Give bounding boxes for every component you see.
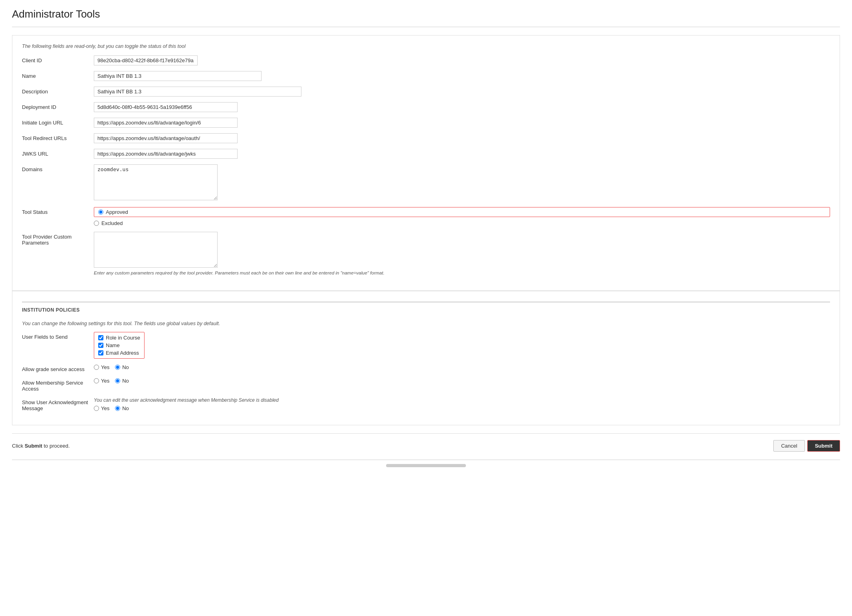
approved-radio[interactable] bbox=[98, 209, 103, 215]
user-fields-checkbox-group: Role in Course Name Email Address bbox=[94, 332, 145, 359]
allow-grade-no-label: No bbox=[122, 364, 129, 370]
allow-grade-no-item: No bbox=[115, 364, 129, 370]
name-input[interactable] bbox=[94, 71, 262, 81]
name-field-item: Name bbox=[98, 342, 140, 348]
domains-value-wrapper bbox=[94, 164, 830, 201]
footer-bar: Click Submit to proceed. Cancel Submit bbox=[12, 433, 840, 456]
acknowledgment-note: You can edit the user acknowledgment mes… bbox=[94, 397, 830, 403]
allow-membership-no-item: No bbox=[115, 378, 129, 384]
jwks-url-input[interactable] bbox=[94, 149, 238, 159]
client-id-input[interactable] bbox=[94, 55, 198, 65]
name-field-label: Name bbox=[106, 342, 120, 348]
custom-params-row: Tool Provider Custom Parameters Enter an… bbox=[22, 232, 830, 275]
title-divider bbox=[12, 27, 840, 27]
allow-membership-yes-radio[interactable] bbox=[94, 378, 99, 383]
user-fields-value-wrapper: Role in Course Name Email Address bbox=[94, 332, 830, 359]
role-in-course-label: Role in Course bbox=[106, 335, 140, 341]
initiate-login-url-input[interactable] bbox=[94, 118, 238, 128]
institution-section: INSTITUTION POLICIES You can change the … bbox=[12, 291, 840, 425]
allow-membership-no-radio[interactable] bbox=[115, 378, 120, 383]
initiate-login-url-label: Initiate Login URL bbox=[22, 118, 94, 126]
show-acknowledgment-row: Show User Acknowledgment Message You can… bbox=[22, 397, 830, 411]
excluded-radio[interactable] bbox=[94, 221, 99, 226]
show-acknowledgment-yes-item: Yes bbox=[94, 405, 109, 411]
custom-params-hint: Enter any custom parameters required by … bbox=[94, 270, 830, 275]
tool-redirect-urls-label: Tool Redirect URLs bbox=[22, 133, 94, 141]
user-fields-label: User Fields to Send bbox=[22, 332, 94, 340]
custom-params-label: Tool Provider Custom Parameters bbox=[22, 232, 94, 246]
show-acknowledgment-yes-radio[interactable] bbox=[94, 406, 99, 411]
tool-status-row: Tool Status Approved Excluded bbox=[22, 207, 830, 226]
tool-redirect-urls-input[interactable] bbox=[94, 133, 238, 143]
deployment-id-value-wrapper bbox=[94, 102, 830, 112]
footer-note-suffix: to proceed. bbox=[42, 443, 70, 449]
approved-highlight: Approved bbox=[94, 207, 830, 217]
deployment-id-input[interactable] bbox=[94, 102, 238, 112]
allow-grade-no-radio[interactable] bbox=[115, 365, 120, 370]
email-address-checkbox[interactable] bbox=[98, 350, 103, 355]
client-id-row: Client ID bbox=[22, 55, 830, 65]
show-acknowledgment-value-wrapper: You can edit the user acknowledgment mes… bbox=[94, 397, 830, 411]
allow-membership-yes-label: Yes bbox=[101, 378, 109, 384]
domains-row: Domains bbox=[22, 164, 830, 201]
scrollbar-indicator bbox=[386, 464, 466, 467]
tool-status-label: Tool Status bbox=[22, 207, 94, 215]
approved-label: Approved bbox=[106, 209, 128, 215]
email-address-item: Email Address bbox=[98, 350, 140, 356]
footer-note-bold: Submit bbox=[25, 443, 42, 449]
cancel-button[interactable]: Cancel bbox=[773, 440, 804, 452]
role-in-course-item: Role in Course bbox=[98, 335, 140, 341]
custom-params-textarea[interactable] bbox=[94, 232, 218, 268]
excluded-radio-item: Excluded bbox=[94, 220, 830, 226]
description-input[interactable] bbox=[94, 87, 301, 97]
tool-status-value-wrapper: Approved Excluded bbox=[94, 207, 830, 226]
jwks-url-value-wrapper bbox=[94, 149, 830, 159]
allow-grade-row: Allow grade service access Yes No bbox=[22, 364, 830, 372]
show-acknowledgment-no-radio[interactable] bbox=[115, 406, 120, 411]
excluded-label: Excluded bbox=[101, 220, 123, 226]
show-acknowledgment-radio-group: Yes No bbox=[94, 405, 830, 411]
institution-section-header: INSTITUTION POLICIES bbox=[22, 302, 830, 316]
deployment-id-label: Deployment ID bbox=[22, 102, 94, 110]
domains-label: Domains bbox=[22, 164, 94, 172]
client-id-value-wrapper bbox=[94, 55, 830, 65]
allow-grade-value-wrapper: Yes No bbox=[94, 364, 830, 370]
allow-grade-radio-group: Yes No bbox=[94, 364, 830, 370]
description-label: Description bbox=[22, 87, 94, 95]
name-value-wrapper bbox=[94, 71, 830, 81]
allow-grade-yes-radio[interactable] bbox=[94, 365, 99, 370]
name-row: Name bbox=[22, 71, 830, 81]
client-id-label: Client ID bbox=[22, 55, 94, 63]
allow-membership-value-wrapper: Yes No bbox=[94, 378, 830, 384]
allow-membership-row: Allow Membership Service Access Yes No bbox=[22, 378, 830, 392]
submit-button[interactable]: Submit bbox=[807, 440, 840, 452]
tool-redirect-urls-value-wrapper bbox=[94, 133, 830, 143]
jwks-url-label: JWKS URL bbox=[22, 149, 94, 157]
allow-grade-label: Allow grade service access bbox=[22, 364, 94, 372]
role-in-course-checkbox[interactable] bbox=[98, 335, 103, 340]
name-field-checkbox[interactable] bbox=[98, 343, 103, 348]
user-fields-row: User Fields to Send Role in Course Name … bbox=[22, 332, 830, 359]
allow-membership-yes-item: Yes bbox=[94, 378, 109, 384]
footer-note-prefix: Click bbox=[12, 443, 25, 449]
show-acknowledgment-no-label: No bbox=[122, 405, 129, 411]
tool-status-radio-group: Approved Excluded bbox=[94, 207, 830, 226]
domains-textarea[interactable] bbox=[94, 164, 218, 200]
show-acknowledgment-label: Show User Acknowledgment Message bbox=[22, 397, 94, 411]
initiate-login-url-row: Initiate Login URL bbox=[22, 118, 830, 128]
footer-note: Click Submit to proceed. bbox=[12, 443, 70, 449]
institution-note: You can change the following settings fo… bbox=[22, 321, 830, 326]
tool-redirect-urls-row: Tool Redirect URLs bbox=[22, 133, 830, 143]
footer-btn-group: Cancel Submit bbox=[773, 440, 840, 452]
description-value-wrapper bbox=[94, 87, 830, 97]
allow-membership-radio-group: Yes No bbox=[94, 378, 830, 384]
allow-membership-label: Allow Membership Service Access bbox=[22, 378, 94, 392]
allow-grade-yes-item: Yes bbox=[94, 364, 109, 370]
show-acknowledgment-yes-label: Yes bbox=[101, 405, 109, 411]
deployment-id-row: Deployment ID bbox=[22, 102, 830, 112]
show-acknowledgment-no-item: No bbox=[115, 405, 129, 411]
readonly-note: The following fields are read-only, but … bbox=[22, 43, 830, 49]
allow-grade-yes-label: Yes bbox=[101, 364, 109, 370]
description-row: Description bbox=[22, 87, 830, 97]
initiate-login-url-value-wrapper bbox=[94, 118, 830, 128]
